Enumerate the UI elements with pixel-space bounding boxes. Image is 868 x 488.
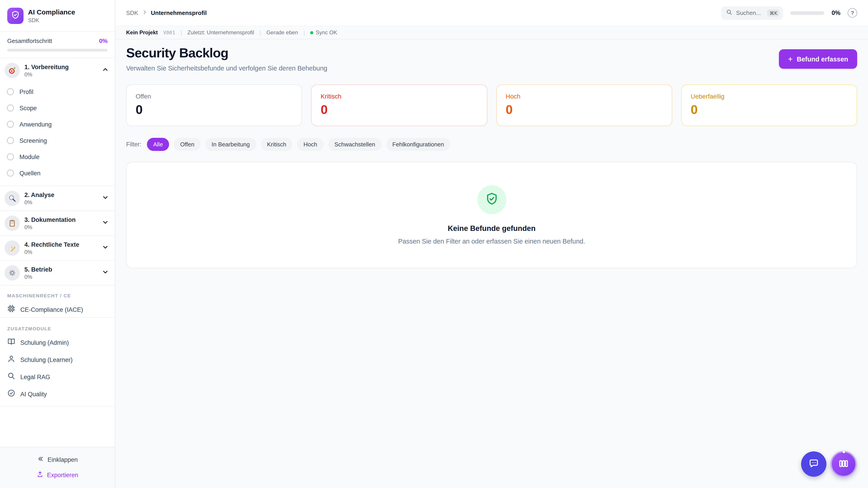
stat-label: Ueberfaellig	[691, 93, 848, 100]
sidebar-item-legal-rag[interactable]: Legal RAG	[0, 368, 115, 385]
sidebar-item-ai-quality[interactable]: AI Quality	[0, 385, 115, 402]
filter-chip-offen[interactable]: Offen	[174, 138, 201, 151]
sidebar-item-ce-compliance[interactable]: CE-Compliance (IACE)	[0, 301, 115, 318]
chevron-right-icon	[142, 9, 147, 16]
subitem-label: Quellen	[20, 170, 40, 176]
subitem-label: Profil	[20, 88, 33, 95]
group-item-label: Schulung (Learner)	[20, 356, 72, 363]
sidebar-item-anwendung[interactable]: Anwendung	[0, 116, 115, 132]
stat-label: Hoch	[506, 93, 663, 100]
divider: |	[181, 29, 182, 36]
group-header-zusatzmodule: ZUSATZMODULE	[0, 319, 115, 334]
sidebar-section-betrieb[interactable]: 5. Betrieb 0%	[0, 260, 115, 285]
columns-icon	[838, 457, 849, 470]
group-item-label: Schulung (Admin)	[20, 339, 69, 346]
sidebar: AI Compliance SDK Gesamtfortschritt 0%	[0, 0, 115, 488]
plus-icon: +	[788, 55, 793, 63]
target-icon	[4, 63, 20, 78]
overall-progress-value: 0%	[99, 37, 107, 44]
section-title: 2. Analyse	[24, 191, 98, 198]
chevron-down-icon	[102, 219, 108, 227]
last-saved-text: Zuletzt: Unternehmensprofil	[187, 29, 254, 36]
cpu-icon	[7, 304, 16, 315]
add-finding-button[interactable]: + Befund erfassen	[779, 49, 857, 69]
sync-ok-dot	[310, 31, 313, 34]
chevron-down-icon	[102, 269, 108, 277]
app-title: AI Compliance	[28, 8, 75, 16]
sidebar-item-schulung-learner[interactable]: Schulung (Learner)	[0, 351, 115, 368]
floating-buttons	[801, 451, 857, 477]
sidebar-section-vorbereitung[interactable]: 1. Vorbereitung 0%	[0, 58, 115, 83]
stat-card-ueberfaellig: Ueberfaellig 0	[681, 85, 857, 126]
stat-value: 0	[321, 103, 478, 117]
sidebar-section-dokumentation[interactable]: 3. Dokumentation 0%	[0, 210, 115, 235]
status-ring-icon	[7, 153, 14, 160]
sidebar-item-scope[interactable]: Scope	[0, 100, 115, 116]
section-title: 5. Betrieb	[24, 266, 98, 273]
last-saved-time: Gerade eben	[266, 29, 298, 36]
notification-dot	[842, 451, 845, 453]
stat-cards: Offen 0 Kritisch 0 Hoch 0 Ueberfaellig 0	[126, 85, 857, 126]
sidebar-item-quellen[interactable]: Quellen	[0, 165, 115, 181]
subitem-label: Screening	[20, 137, 47, 144]
filter-chip-in-bearbeitung[interactable]: In Bearbeitung	[205, 138, 256, 151]
chat-bubble-icon	[808, 457, 819, 470]
status-ring-icon	[7, 121, 14, 128]
filter-label: Filter:	[126, 141, 142, 148]
status-bar: Kein Projekt V001 | Zuletzt: Unternehmen…	[115, 26, 868, 39]
main-area: SDK Unternehmensprofil Suchen... ⌘K	[115, 0, 868, 488]
subitem-label: Module	[20, 153, 39, 160]
search-icon	[7, 372, 16, 382]
group-item-label: Legal RAG	[20, 373, 50, 380]
filter-chip-kritisch[interactable]: Kritisch	[260, 138, 292, 151]
sidebar-item-profil[interactable]: Profil	[0, 84, 115, 100]
breadcrumb-root[interactable]: SDK	[126, 9, 138, 16]
search-icon	[726, 9, 733, 17]
filter-chip-alle[interactable]: Alle	[147, 138, 169, 151]
subitem-label: Scope	[20, 105, 37, 111]
app-window: AI Compliance SDK Gesamtfortschritt 0%	[0, 0, 868, 488]
section-percent: 0%	[24, 71, 98, 77]
kanban-fab-button[interactable]	[831, 451, 857, 477]
sync-status: Sync OK	[310, 29, 337, 36]
page-title: Security Backlog	[126, 46, 327, 61]
magnifier-icon	[4, 191, 20, 206]
sidebar-section-analyse[interactable]: 2. Analyse 0%	[0, 186, 115, 210]
app-subtitle: SDK	[28, 17, 75, 23]
keyboard-shortcut-badge: ⌘K	[767, 9, 780, 17]
chat-fab-button[interactable]	[801, 451, 827, 477]
sidebar-item-schulung-admin[interactable]: Schulung (Admin)	[0, 334, 115, 351]
stat-card-hoch: Hoch 0	[496, 85, 672, 126]
subitem-label: Anwendung	[20, 121, 52, 128]
clipboard-icon	[4, 216, 20, 231]
breadcrumb: SDK Unternehmensprofil	[126, 9, 207, 16]
help-button[interactable]: ?	[848, 8, 857, 18]
upload-icon	[37, 471, 43, 479]
stat-card-kritisch: Kritisch 0	[311, 85, 487, 126]
empty-state-subtitle: Passen Sie den Filter an oder erfassen S…	[398, 238, 585, 245]
sidebar-item-screening[interactable]: Screening	[0, 132, 115, 149]
section-title: 3. Dokumentation	[24, 216, 98, 223]
export-button[interactable]: Exportieren	[7, 468, 107, 482]
sidebar-item-module[interactable]: Module	[0, 149, 115, 165]
version-badge: V001	[163, 30, 175, 35]
status-ring-icon	[7, 88, 14, 95]
sidebar-section-rechtliche-texte[interactable]: 4. Rechtliche Texte 0%	[0, 235, 115, 260]
chevron-down-icon	[102, 244, 108, 252]
stat-label: Kritisch	[321, 93, 478, 100]
empty-state-badge	[477, 185, 506, 214]
breadcrumb-current: Unternehmensprofil	[151, 9, 207, 16]
filter-chip-schwachstellen[interactable]: Schwachstellen	[328, 138, 381, 151]
filter-chip-fehlkonfigurationen[interactable]: Fehlkonfigurationen	[386, 138, 450, 151]
stat-label: Offen	[135, 93, 293, 100]
collapse-sidebar-button[interactable]: Einklappen	[7, 453, 107, 466]
search-input[interactable]: Suchen... ⌘K	[721, 6, 783, 20]
stat-value: 0	[506, 103, 663, 117]
empty-state-title: Keine Befunde gefunden	[448, 224, 536, 233]
sidebar-footer: Einklappen Exportieren	[0, 447, 115, 488]
search-placeholder: Suchen...	[736, 9, 761, 16]
export-label: Exportieren	[47, 471, 78, 478]
filter-chip-hoch[interactable]: Hoch	[297, 138, 323, 151]
overall-progress-label: Gesamtfortschritt	[7, 37, 52, 44]
book-open-icon	[7, 337, 16, 348]
